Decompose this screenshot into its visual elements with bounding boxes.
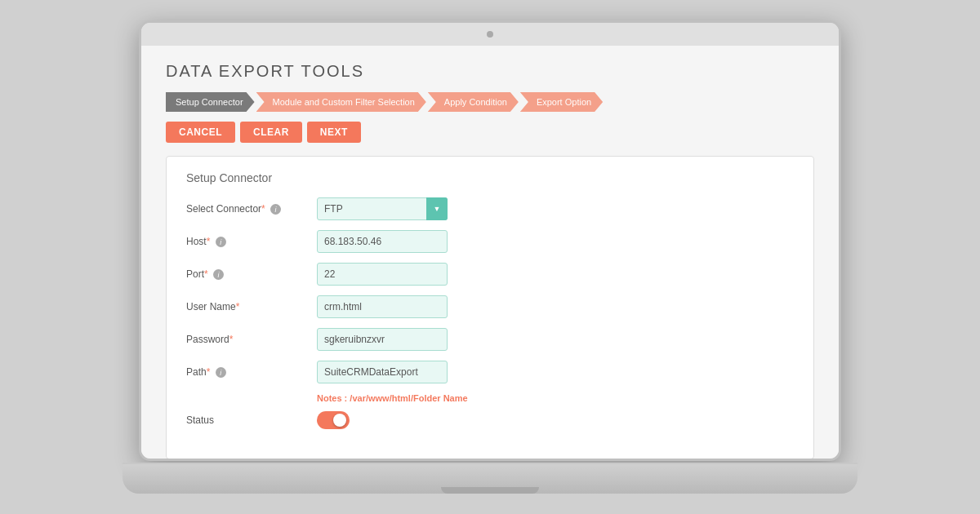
step-2-label: Module and Custom Filter Selection: [273, 97, 415, 107]
laptop-wrapper: DATA EXPORT TOOLS Setup Connector Module…: [139, 20, 841, 494]
step-3-label: Apply Condition: [444, 97, 507, 107]
path-field[interactable]: SuiteCRMDataExport: [317, 361, 448, 383]
form-card: Setup Connector Select Connector* i FTP: [166, 156, 814, 459]
port-row: Port* i 22: [186, 263, 794, 286]
required-star: *: [229, 334, 234, 345]
select-connector-row: Select Connector* i FTP: [186, 197, 794, 220]
step-1[interactable]: Setup Connector: [166, 92, 255, 112]
camera-bar: [141, 23, 839, 46]
info-icon-connector[interactable]: i: [270, 204, 281, 215]
select-connector-label: Select Connector* i: [186, 203, 317, 215]
password-row: Password*: [186, 328, 794, 351]
cancel-button[interactable]: CANCEL: [166, 122, 235, 143]
notes-text: Notes : /var/www/html/Folder Name: [317, 393, 794, 403]
host-label: Host* i: [186, 236, 317, 248]
required-star: *: [261, 203, 265, 215]
button-row: CANCEL CLEAR NEXT: [166, 122, 814, 143]
host-field[interactable]: 68.183.50.46: [317, 230, 448, 253]
step-2[interactable]: Module and Custom Filter Selection: [256, 92, 426, 112]
step-4[interactable]: Export Option: [520, 92, 603, 112]
step-4-label: Export Option: [537, 97, 591, 107]
laptop-base: [122, 463, 858, 494]
password-label: Password*: [186, 334, 317, 345]
username-label: User Name*: [186, 301, 317, 312]
info-icon-host[interactable]: i: [216, 237, 226, 247]
password-field[interactable]: [317, 328, 448, 351]
port-field[interactable]: 22: [317, 263, 448, 286]
username-field[interactable]: crm.html: [317, 295, 448, 318]
username-row: User Name* crm.html: [186, 295, 794, 318]
select-wrapper: FTP: [317, 197, 448, 220]
select-connector-field[interactable]: FTP: [317, 197, 448, 220]
stepper: Setup Connector Module and Custom Filter…: [166, 92, 814, 112]
path-row: Path* i SuiteCRMDataExport: [186, 361, 794, 383]
laptop-body: DATA EXPORT TOOLS Setup Connector Module…: [139, 20, 841, 461]
toggle-thumb: [333, 414, 346, 427]
step-3[interactable]: Apply Condition: [428, 92, 519, 112]
port-label: Port* i: [186, 268, 317, 281]
clear-button[interactable]: CLEAR: [240, 122, 302, 143]
required-star: *: [236, 301, 240, 312]
required-star: *: [207, 236, 211, 247]
next-button[interactable]: NEXT: [307, 122, 361, 143]
step-1-label: Setup Connector: [176, 97, 243, 107]
status-row: Status: [186, 411, 794, 429]
laptop-screen: DATA EXPORT TOOLS Setup Connector Module…: [141, 46, 839, 459]
page-title: DATA EXPORT TOOLS: [166, 62, 814, 81]
status-toggle[interactable]: [317, 411, 350, 429]
status-label: Status: [186, 414, 317, 426]
required-star: *: [207, 366, 211, 378]
path-label: Path* i: [186, 366, 317, 379]
info-icon-path[interactable]: i: [216, 367, 226, 378]
form-card-title: Setup Connector: [186, 171, 794, 184]
host-row: Host* i 68.183.50.46: [186, 230, 794, 253]
info-icon-port[interactable]: i: [213, 269, 224, 280]
camera: [487, 31, 493, 38]
required-star: *: [204, 268, 208, 280]
